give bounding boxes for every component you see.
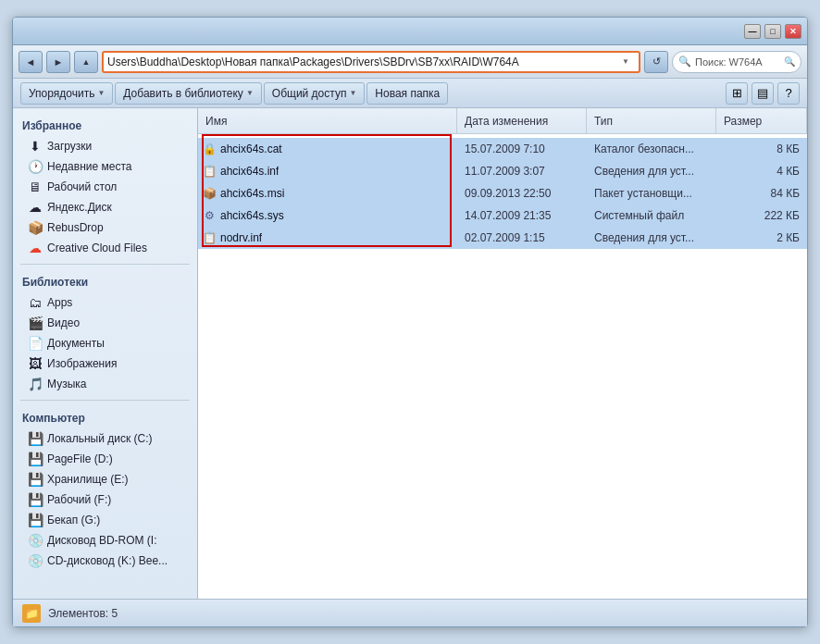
explorer-window: — □ ✕ ◄ ► ▲ Users\Buddha\Desktop\Новая п… [12,17,808,627]
help-icon-button[interactable]: ? [777,82,800,105]
drive-f-icon: 💾 [28,492,43,507]
file-name: ahcix64s.inf [220,165,279,178]
search-box[interactable]: 🔍 Поиск: W764A 🔍 [672,51,801,73]
yandex-label: Яндекс.Диск [47,201,112,214]
file-type: Каталог безопасн... [587,142,716,155]
file-type: Пакет установщи... [587,187,716,200]
docs-label: Документы [47,337,105,350]
organize-button[interactable]: Упорядочить ▼ [20,82,113,105]
file-name: ahcix64s.msi [220,187,284,200]
header-date[interactable]: Дата изменения [457,108,587,133]
address-text: Users\Buddha\Desktop\Новая папка\Package… [107,56,622,68]
table-row[interactable]: 📋 nodrv.inf 02.07.2009 1:15 Сведения для… [198,227,807,249]
file-list: 🔒 ahcix64s.cat 15.07.2009 7:10 Каталог б… [198,134,807,253]
new-folder-button[interactable]: Новая папка [367,82,448,105]
sidebar-item-downloads[interactable]: ⬇ Загрузки [13,136,197,156]
recent-label: Недавние места [47,160,131,173]
sidebar-item-yandex[interactable]: ☁ Яндекс.Диск [13,197,197,217]
table-row[interactable]: 🔒 ahcix64s.cat 15.07.2009 7:10 Каталог б… [198,138,807,160]
file-date: 14.07.2009 21:35 [457,209,587,222]
organize-arrow: ▼ [97,89,105,97]
sidebar-item-drive-g[interactable]: 💾 Бекап (G:) [13,510,197,530]
back-button[interactable]: ◄ [19,51,43,73]
drive-g-icon: 💾 [28,513,43,527]
add-library-button[interactable]: Добавить в библиотеку ▼ [115,82,261,105]
share-label: Общий доступ [272,87,347,100]
cc-label: Creative Cloud Files [47,242,147,254]
header-size[interactable]: Размер [716,108,807,133]
downloads-icon: ⬇ [28,139,43,154]
refresh-button[interactable]: ↺ [644,51,668,73]
forward-button[interactable]: ► [46,51,70,73]
file-icon: 🔒 [202,142,217,156]
share-button[interactable]: Общий доступ ▼ [264,82,366,105]
status-bar: 📁 Элементов: 5 [13,599,807,626]
file-header: Имя Дата изменения Тип Размер [198,108,807,134]
sidebar-item-drive-k[interactable]: 💿 CD-дисковод (K:) Bee... [13,551,197,571]
toolbar-right: ⊞ ▤ ? [726,82,800,105]
file-icon: 📦 [202,186,217,201]
drive-e-label: Хранилище (E:) [47,473,128,486]
sidebar-item-rebusdrop[interactable]: 📦 RebusDrop [13,217,197,238]
toolbar: Упорядочить ▼ Добавить в библиотеку ▼ Об… [13,79,807,108]
sidebar-item-music[interactable]: 🎵 Музыка [13,374,197,394]
sidebar-item-desktop[interactable]: 🖥 Рабочий стол [13,177,197,197]
sidebar-item-drive-d[interactable]: 💾 PageFile (D:) [13,449,197,469]
minimize-button[interactable]: — [744,24,761,39]
search-go-icon[interactable]: 🔍 [784,56,795,67]
main-content: Избранное ⬇ Загрузки 🕐 Недавние места 🖥 … [13,108,807,599]
sidebar-item-drive-e[interactable]: 💾 Хранилище (E:) [13,469,197,489]
sidebar: Избранное ⬇ Загрузки 🕐 Недавние места 🖥 … [13,108,198,599]
file-type: Сведения для уст... [587,165,716,178]
pane-icon-button[interactable]: ▤ [752,82,774,105]
header-type[interactable]: Тип [587,108,716,133]
title-bar-buttons: — □ ✕ [744,24,801,39]
sidebar-item-docs[interactable]: 📄 Документы [13,333,197,353]
file-size: 84 КБ [716,187,807,200]
file-size: 8 КБ [716,142,807,155]
downloads-label: Загрузки [47,140,92,153]
cc-icon: ☁ [28,241,43,255]
up-button[interactable]: ▲ [74,51,98,73]
search-text: Поиск: W764A [695,56,784,68]
file-name-cell: 📦 ahcix64s.msi [198,186,457,201]
sidebar-item-drive-c[interactable]: 💾 Локальный диск (C:) [13,428,197,449]
sidebar-item-video[interactable]: 🎬 Видео [13,313,197,333]
maximize-button[interactable]: □ [764,24,781,39]
yandex-icon: ☁ [28,200,43,215]
close-button[interactable]: ✕ [785,24,801,39]
status-text: Элементов: 5 [48,607,118,620]
title-bar: — □ ✕ [13,18,807,45]
file-name-cell: ⚙ ahcix64s.sys [198,208,457,223]
images-label: Изображения [47,357,117,370]
table-row[interactable]: ⚙ ahcix64s.sys 14.07.2009 21:35 Системны… [198,204,807,227]
file-type: Сведения для уст... [587,231,716,244]
share-arrow: ▼ [349,89,356,97]
file-name: nodrv.inf [220,231,262,244]
sidebar-item-recent[interactable]: 🕐 Недавние места [13,156,197,177]
file-area: Имя Дата изменения Тип Размер 🔒 ahcix64s… [198,108,807,599]
sidebar-divider-2 [20,400,190,401]
drive-d-icon: 💾 [28,452,43,466]
table-row[interactable]: 📋 ahcix64s.inf 11.07.2009 3:07 Сведения … [198,160,807,182]
sidebar-item-drive-i[interactable]: 💿 Дисковод BD-ROM (I: [13,530,197,551]
address-dropdown-icon[interactable]: ▼ [622,57,635,66]
sidebar-item-images[interactable]: 🖼 Изображения [13,353,197,374]
music-label: Музыка [47,378,86,390]
file-icon: 📋 [202,164,217,179]
address-bar: ◄ ► ▲ Users\Buddha\Desktop\Новая папка\P… [13,45,807,79]
sidebar-item-drive-f[interactable]: 💾 Рабочий (F:) [13,489,197,510]
drive-g-label: Бекап (G:) [47,514,100,526]
file-type: Системный файл [587,209,716,222]
drive-i-label: Дисковод BD-ROM (I: [47,534,157,547]
drive-k-icon: 💿 [28,553,43,568]
file-date: 11.07.2009 3:07 [457,165,587,178]
table-row[interactable]: 📦 ahcix64s.msi 09.09.2013 22:50 Пакет ус… [198,182,807,204]
sidebar-item-cc-files[interactable]: ☁ Creative Cloud Files [13,238,197,258]
video-label: Видео [47,316,80,329]
view-icon-button[interactable]: ⊞ [726,82,748,105]
sidebar-item-apps[interactable]: 🗂 Apps [13,292,197,313]
header-name[interactable]: Имя [198,108,457,133]
rebusdrop-icon: 📦 [28,220,43,235]
video-icon: 🎬 [28,316,43,330]
